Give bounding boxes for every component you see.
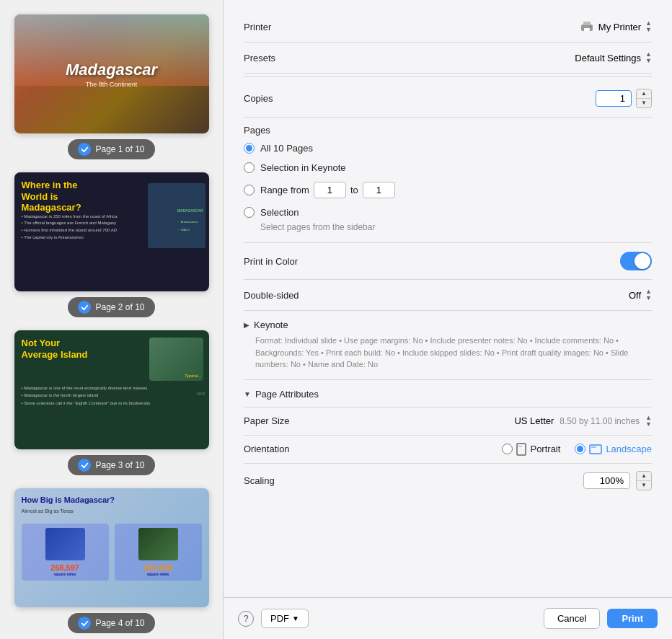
scaling-row: Scaling ▲ ▼ <box>244 463 652 498</box>
paper-size-label: Paper Size <box>244 415 337 426</box>
cancel-button[interactable]: Cancel <box>544 608 600 629</box>
landscape-radio[interactable] <box>575 444 585 454</box>
copies-up[interactable]: ▲ <box>637 89 651 99</box>
paper-size-row: Paper Size US Letter 8.50 by 11.00 inche… <box>244 407 652 435</box>
toggle-knob <box>635 253 650 269</box>
page-attributes-section: ▼ Page Attributes Paper Size US Letter 8… <box>244 380 652 506</box>
orientation-value: Portrait Landscape <box>502 443 652 456</box>
printer-name: My Printer <box>598 22 641 32</box>
scaling-value: ▲ ▼ <box>583 471 652 490</box>
slide-4-subtitle: Almost as Big as Texas <box>22 508 202 514</box>
paper-size-stepper[interactable]: ▲ ▼ <box>645 415 652 428</box>
page-attributes-header[interactable]: ▼ Page Attributes <box>244 389 652 400</box>
slide-2-label: Page 2 of 10 <box>68 297 154 317</box>
slide-item-1[interactable]: Madagascar The 8th Continent Page 1 of 1… <box>13 14 210 159</box>
slide-1-subtitle: The 8th Continent <box>86 81 138 88</box>
pages-range-radio[interactable] <box>244 185 255 195</box>
range-to-label: to <box>350 185 358 195</box>
slide-4-title: How Big is Madagascar? <box>22 495 202 504</box>
double-sided-stepper[interactable]: ▲ ▼ <box>645 288 652 301</box>
keynote-section: ▶ Keynote Format: Individual slide • Use… <box>244 311 652 380</box>
print-options: Printer My Printer ▲ ▼ Presets Default S… <box>224 0 672 597</box>
presets-row: Presets Default Settings ▲ ▼ <box>244 43 652 74</box>
keynote-title: Keynote <box>254 320 288 330</box>
double-sided-label: Double-sided <box>244 290 330 301</box>
check-icon-2 <box>78 301 91 314</box>
print-color-toggle[interactable] <box>620 252 652 270</box>
svg-rect-3 <box>590 26 591 27</box>
pages-custom-row: Selection <box>244 206 652 219</box>
scaling-input[interactable] <box>583 472 630 489</box>
print-color-value <box>620 252 652 270</box>
print-panel: Printer My Printer ▲ ▼ Presets Default S… <box>224 0 672 639</box>
slide-item-3[interactable]: Not YourAverage Island Typical... ARID •… <box>13 330 210 475</box>
pages-selection-label: Selection in Keynote <box>260 162 346 173</box>
scaling-up[interactable]: ▲ <box>637 472 651 481</box>
landscape-option[interactable]: Landscape <box>575 444 652 454</box>
pages-custom-label: Selection <box>260 207 299 218</box>
printer-icon <box>580 21 594 32</box>
pdf-chevron-icon: ▼ <box>292 614 299 622</box>
stat-box-1: 268,597 square miles <box>22 524 109 581</box>
attributes-chevron-icon: ▼ <box>244 390 251 398</box>
keynote-header[interactable]: ▶ Keynote <box>244 320 652 330</box>
svg-rect-6 <box>590 445 601 454</box>
pages-custom-radio[interactable] <box>244 207 255 218</box>
slide-thumbnail-3: Not YourAverage Island Typical... ARID •… <box>14 330 209 449</box>
range-inputs: Range from to <box>260 182 395 198</box>
slide-thumbnail-2: Where in theWorld isMadagascar? • Madaga… <box>14 172 209 291</box>
slide-1-title: Madagascar <box>66 61 157 79</box>
presets-label: Presets <box>244 53 330 63</box>
slide-item-2[interactable]: Where in theWorld isMadagascar? • Madaga… <box>13 172 210 317</box>
pages-label: Pages <box>244 125 652 136</box>
presets-name: Default Settings <box>575 53 641 63</box>
print-color-row: Print in Color <box>244 243 652 280</box>
copies-value: ▲ ▼ <box>596 89 652 108</box>
paper-size-text: US Letter <box>514 415 554 426</box>
check-icon-3 <box>78 459 91 472</box>
pages-selection-radio[interactable] <box>244 162 255 173</box>
orientation-row: Orientation Portrait <box>244 435 652 463</box>
printer-row: Printer My Printer ▲ ▼ <box>244 12 652 43</box>
scaling-stepper: ▲ ▼ <box>636 471 652 490</box>
slide-thumbnail-1: Madagascar The 8th Continent <box>14 14 209 133</box>
copies-input[interactable] <box>596 90 632 107</box>
pages-all-radio[interactable] <box>244 143 255 154</box>
printer-label: Printer <box>244 22 330 32</box>
pdf-button[interactable]: PDF ▼ <box>261 609 309 628</box>
presets-value[interactable]: Default Settings ▲ ▼ <box>575 51 652 64</box>
copies-stepper: ▲ ▼ <box>636 89 652 108</box>
paper-size-value[interactable]: US Letter 8.50 by 11.00 inches ▲ ▼ <box>514 415 652 428</box>
range-to-input[interactable] <box>363 182 395 198</box>
printer-value[interactable]: My Printer ▲ ▼ <box>580 20 652 33</box>
pages-all-row: All 10 Pages <box>244 141 652 155</box>
copies-down[interactable]: ▼ <box>637 99 651 107</box>
double-sided-row: Double-sided Off ▲ ▼ <box>244 280 652 311</box>
slide-4-label: Page 4 of 10 <box>68 613 154 633</box>
presets-stepper[interactable]: ▲ ▼ <box>645 51 652 64</box>
pages-range-row: Range from to <box>244 180 652 200</box>
slide-thumbnail-4: How Big is Madagascar? Almost as Big as … <box>14 488 209 607</box>
bottom-bar: ? PDF ▼ Cancel Print <box>224 597 672 639</box>
slide-1-label: Page 1 of 10 <box>68 139 154 159</box>
check-icon-4 <box>78 617 91 630</box>
help-button[interactable]: ? <box>238 611 254 627</box>
check-icon-1 <box>78 143 91 156</box>
svg-rect-4 <box>517 444 526 455</box>
copies-row: Copies ▲ ▼ <box>244 80 652 118</box>
print-button[interactable]: Print <box>607 609 658 628</box>
range-from-input[interactable] <box>314 182 346 198</box>
double-sided-text: Off <box>629 290 641 301</box>
keynote-chevron-icon: ▶ <box>244 321 249 329</box>
scaling-down[interactable]: ▼ <box>637 481 651 490</box>
orientation-label: Orientation <box>244 444 337 454</box>
slide-item-4[interactable]: How Big is Madagascar? Almost as Big as … <box>13 488 210 633</box>
pages-all-label: All 10 Pages <box>260 143 313 154</box>
pages-range-label: Range from <box>260 185 309 195</box>
slides-panel: Madagascar The 8th Continent Page 1 of 1… <box>0 0 224 639</box>
printer-stepper[interactable]: ▲ ▼ <box>645 20 652 33</box>
portrait-radio[interactable] <box>502 444 513 454</box>
double-sided-value[interactable]: Off ▲ ▼ <box>629 288 652 301</box>
portrait-option[interactable]: Portrait <box>502 443 560 456</box>
svg-rect-1 <box>583 22 591 25</box>
